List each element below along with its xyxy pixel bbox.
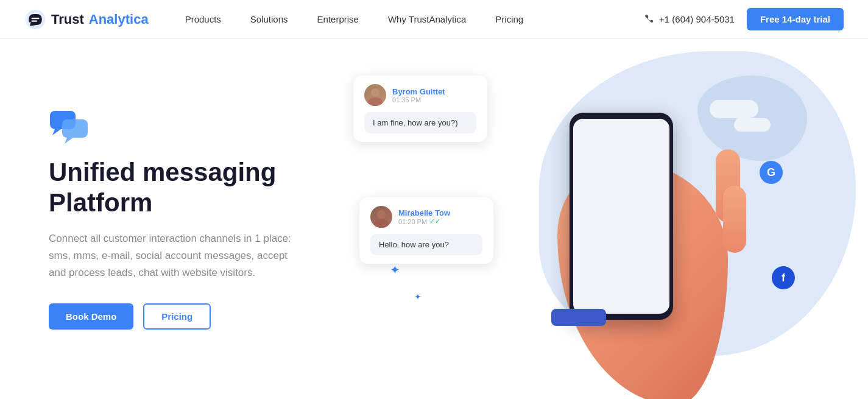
finger-2 [723, 186, 746, 253]
svg-point-5 [371, 88, 379, 97]
chat-header-1: Byrom Guittet 01:35 PM [364, 84, 476, 106]
phone-wrap: +1 (604) 904-5031 [644, 13, 735, 26]
chat-card-1: Byrom Guittet 01:35 PM I am fine, how ar… [353, 76, 487, 142]
svg-marker-4 [65, 138, 73, 144]
nav-why[interactable]: Why TrustAnalytica [388, 14, 466, 24]
chat-bubble-1: I am fine, how are you?) [364, 112, 476, 133]
hero-subtitle: Connect all customer interaction channel… [49, 230, 292, 281]
nav-products[interactable]: Products [185, 14, 221, 24]
svg-rect-3 [62, 119, 88, 138]
chat-icon-wrap [49, 108, 341, 146]
logo-icon [24, 9, 46, 30]
hero-title: Unified messaging Platform [49, 157, 341, 219]
facebook-badge: f [772, 266, 795, 289]
sparkle-icon-1: ✦ [390, 263, 400, 277]
hero-buttons: Book Demo Pricing [49, 303, 341, 330]
phone-icon [644, 13, 654, 26]
chat-time-2: 01:20 PM ✓✓ [398, 217, 450, 225]
hero-left: Unified messaging Platform Connect all c… [49, 108, 365, 330]
check-icon: ✓✓ [429, 217, 440, 225]
nav-links: Products Solutions Enterprise Why TrustA… [185, 14, 644, 24]
chat-bubble-2: Hello, how are you? [370, 234, 482, 255]
nav-right: +1 (604) 904-5031 Free 14-day trial [644, 8, 844, 30]
navbar: TrustAnalytica Products Solutions Enterp… [0, 0, 868, 39]
chat-card-2: Mirabelle Tow 01:20 PM ✓✓ Hello, how are… [359, 197, 493, 264]
logo[interactable]: TrustAnalytica [24, 9, 149, 30]
chat-header-2: Mirabelle Tow 01:20 PM ✓✓ [370, 206, 482, 228]
avatar-byrom [364, 84, 386, 106]
phone-body [570, 113, 673, 320]
avatar-mirabelle [370, 206, 392, 228]
phone-screen [573, 119, 669, 314]
chat-bubbles-icon [49, 108, 91, 144]
nav-solutions[interactable]: Solutions [250, 14, 288, 24]
hero-section: Unified messaging Platform Connect all c… [0, 39, 868, 399]
svg-point-6 [368, 97, 383, 106]
google-badge: G [760, 161, 783, 184]
bracelet [551, 309, 606, 326]
chat-info-1: Byrom Guittet 01:35 PM [392, 87, 445, 104]
svg-marker-2 [52, 129, 61, 135]
nav-pricing[interactable]: Pricing [495, 14, 523, 24]
chat-info-2: Mirabelle Tow 01:20 PM ✓✓ [398, 208, 450, 225]
logo-analytica: Analytica [89, 12, 149, 27]
phone-number: +1 (604) 904-5031 [659, 14, 735, 24]
chat-name-2: Mirabelle Tow [398, 208, 450, 217]
trial-button[interactable]: Free 14-day trial [747, 8, 844, 30]
logo-trust: Trust [51, 12, 84, 27]
sparkle-icon-2: ✦ [414, 292, 422, 302]
phone-container [539, 88, 746, 399]
chat-name-1: Byrom Guittet [392, 87, 445, 96]
pricing-button[interactable]: Pricing [143, 303, 211, 330]
svg-point-8 [374, 219, 389, 228]
nav-enterprise[interactable]: Enterprise [317, 14, 359, 24]
book-demo-button[interactable]: Book Demo [49, 303, 133, 330]
hero-right: ✦ ✦ Byrom Guittet 01:35 PM I am fine, ho… [365, 39, 819, 399]
chat-time-1: 01:35 PM [392, 96, 445, 104]
svg-point-7 [377, 210, 386, 219]
